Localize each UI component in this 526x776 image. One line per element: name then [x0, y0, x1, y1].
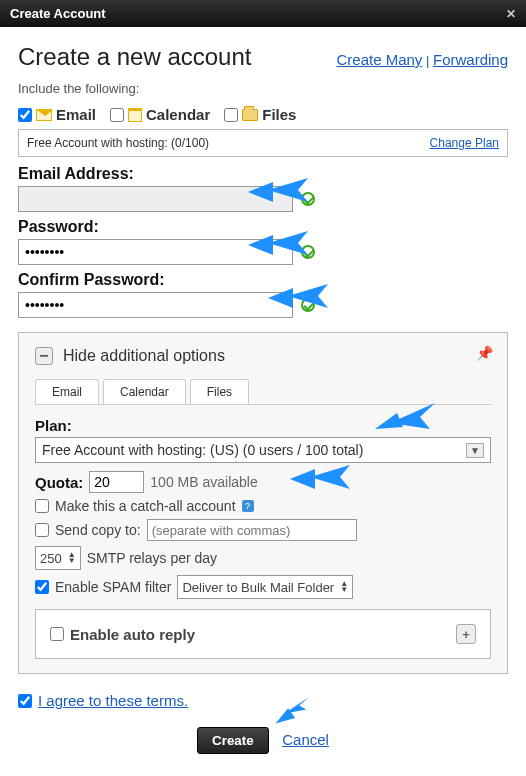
password-field[interactable] [18, 239, 293, 265]
spam-action-select[interactable]: Deliver to Bulk Mail Folder ▲▼ [177, 575, 353, 599]
confirm-label: Confirm Password: [18, 271, 508, 289]
confirm-password-field[interactable] [18, 292, 293, 318]
type-email[interactable]: Email [18, 106, 96, 123]
sendcopy-field[interactable] [147, 519, 357, 541]
pin-icon[interactable]: 📌 [476, 345, 493, 361]
smtp-value: 250 [40, 551, 62, 566]
cancel-link[interactable]: Cancel [282, 731, 329, 748]
type-files-label: Files [262, 106, 296, 123]
password-label: Password: [18, 218, 508, 236]
page-title: Create a new account [18, 43, 251, 71]
svg-marker-8 [310, 465, 350, 489]
email-row [18, 186, 508, 212]
svg-marker-11 [276, 708, 296, 723]
link-separator: | [426, 53, 433, 68]
updown-icon: ▲▼ [68, 552, 76, 564]
window-titlebar: Create Account ✕ [0, 0, 526, 27]
arrow-annotation [290, 465, 350, 493]
type-email-label: Email [56, 106, 96, 123]
tab-files[interactable]: Files [190, 379, 249, 404]
quota-label: Quota: [35, 474, 83, 491]
check-icon [301, 245, 315, 259]
window-title: Create Account [10, 6, 106, 21]
spam-action-value: Deliver to Bulk Mail Folder [182, 580, 334, 595]
autoreply-label: Enable auto reply [70, 626, 195, 643]
email-icon [36, 109, 52, 121]
create-many-link[interactable]: Create Many [336, 51, 422, 68]
type-email-checkbox[interactable] [18, 108, 32, 122]
tab-email[interactable]: Email [35, 379, 99, 404]
options-title: Hide additional options [63, 347, 225, 365]
options-panel: − Hide additional options 📌 Email Calend… [18, 332, 508, 674]
check-icon [301, 192, 315, 206]
folder-icon [242, 109, 258, 121]
autoreply-checkbox[interactable] [50, 627, 64, 641]
type-calendar-checkbox[interactable] [110, 108, 124, 122]
change-plan-link[interactable]: Change Plan [430, 136, 499, 150]
collapse-icon[interactable]: − [35, 347, 53, 365]
quota-field[interactable] [89, 471, 144, 493]
type-files-checkbox[interactable] [224, 108, 238, 122]
updown-icon: ▲▼ [340, 581, 348, 593]
plan-bar-text: Free Account with hosting: (0/100) [27, 136, 209, 150]
type-files[interactable]: Files [224, 106, 296, 123]
header-links: Create Many | Forwarding [336, 51, 508, 68]
help-icon[interactable]: ? [242, 500, 254, 512]
smtp-label: SMTP relays per day [87, 550, 217, 566]
type-calendar-label: Calendar [146, 106, 210, 123]
email-field[interactable] [18, 186, 293, 212]
calendar-icon [128, 108, 142, 122]
password-row [18, 239, 508, 265]
include-label: Include the following: [18, 81, 508, 96]
check-icon [301, 298, 315, 312]
action-row: Create Cancel [18, 727, 508, 754]
chevron-down-icon: ▼ [466, 443, 484, 458]
catchall-checkbox[interactable] [35, 499, 49, 513]
options-header[interactable]: − Hide additional options [35, 347, 491, 365]
sendcopy-label: Send copy to: [55, 522, 141, 538]
email-label: Email Address: [18, 165, 508, 183]
expand-icon[interactable]: + [456, 624, 476, 644]
quota-available: 100 MB available [150, 474, 257, 490]
spam-checkbox[interactable] [35, 580, 49, 594]
type-row: Email Calendar Files [18, 106, 508, 123]
svg-marker-9 [290, 469, 315, 489]
catchall-label: Make this a catch-all account [55, 498, 236, 514]
tab-calendar[interactable]: Calendar [103, 379, 186, 404]
confirm-row [18, 292, 508, 318]
terms-line: I agree to these terms. [18, 692, 508, 709]
plan-label: Plan: [35, 417, 491, 434]
forwarding-link[interactable]: Forwarding [433, 51, 508, 68]
plan-select[interactable]: Free Account with hosting: (US) (0 users… [35, 437, 491, 463]
create-button[interactable]: Create [197, 727, 269, 754]
sendcopy-checkbox[interactable] [35, 523, 49, 537]
smtp-select[interactable]: 250 ▲▼ [35, 546, 81, 570]
subtabs: Email Calendar Files [35, 379, 491, 405]
plan-select-value: Free Account with hosting: (US) (0 users… [42, 442, 363, 458]
type-calendar[interactable]: Calendar [110, 106, 210, 123]
plan-bar: Free Account with hosting: (0/100) Chang… [18, 129, 508, 157]
terms-checkbox[interactable] [18, 694, 32, 708]
terms-link[interactable]: I agree to these terms. [38, 692, 188, 709]
close-icon[interactable]: ✕ [506, 7, 516, 21]
autoreply-box: Enable auto reply + [35, 609, 491, 659]
spam-label: Enable SPAM filter [55, 579, 171, 595]
